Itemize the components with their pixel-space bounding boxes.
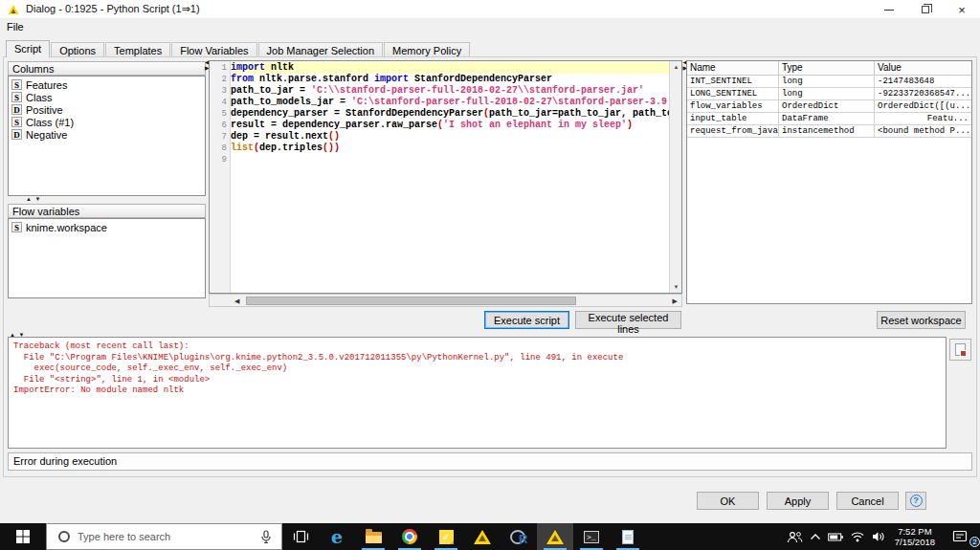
taskbar-app-knime-active[interactable] [537, 523, 573, 550]
sticky-notes-icon: ✓ [439, 530, 454, 544]
code-line[interactable]: list(dep.triples()) [231, 143, 669, 154]
tab-bar: ScriptOptionsTemplatesFlow VariablesJob … [6, 40, 471, 57]
ok-button[interactable]: OK [697, 492, 759, 510]
volume-icon[interactable] [872, 531, 885, 542]
wifi-icon[interactable] [850, 531, 865, 542]
code-line[interactable] [231, 154, 669, 165]
reset-workspace-button[interactable]: Reset workspace [877, 311, 966, 329]
column-item[interactable]: SClass [9, 91, 205, 103]
column-item-label: Positive [26, 104, 63, 116]
editor-vertical-scrollbar[interactable]: ▲ ▼ [669, 61, 681, 293]
scroll-right-icon[interactable]: ▶ [673, 297, 678, 305]
code-text[interactable]: import nltkfrom nltk.parse.stanford impo… [231, 61, 669, 293]
start-button[interactable] [0, 523, 46, 550]
microphone-icon[interactable] [260, 530, 272, 544]
console-output: Traceback (most recent call last): File … [8, 337, 947, 449]
scroll-left-icon[interactable]: ◀ [234, 297, 239, 305]
keyword-token: import [231, 62, 265, 73]
code-token: path_to_models_jar = [231, 97, 351, 107]
action-center-button[interactable]: 2 [945, 530, 975, 543]
tab-memory-policy[interactable]: Memory Policy [384, 42, 470, 57]
menu-file[interactable]: File [0, 19, 31, 34]
code-token: dependency_parser = StanfordDependencyPa… [231, 108, 483, 119]
knime-app-icon [8, 5, 18, 14]
splitter-collapse-arrows[interactable]: ▲ ▼ [26, 196, 42, 202]
column-header-value[interactable]: Value [875, 61, 971, 76]
taskbar-app-r-console[interactable]: R [501, 523, 537, 550]
code-line[interactable]: path_to_jar = 'C:\\stanford-parser-full-… [231, 85, 669, 97]
code-token: list [231, 143, 254, 153]
execute-selected-lines-button[interactable]: Execute selected lines [575, 311, 681, 329]
help-button[interactable]: ? [905, 492, 926, 510]
task-view-button[interactable] [282, 523, 319, 550]
scroll-up-icon[interactable]: ▲ [670, 64, 682, 70]
code-line[interactable]: dep = result.next() [231, 131, 669, 143]
knime-active-icon [546, 530, 564, 544]
line-number-gutter: 123456789 [210, 61, 231, 293]
cancel-button[interactable]: Cancel [836, 492, 899, 510]
code-line[interactable]: dependency_parser = StanfordDependencyPa… [231, 108, 669, 120]
taskbar-app-command-prompt[interactable]: >_ [573, 523, 610, 550]
column-item-label: Negative [26, 129, 67, 141]
taskbar-clock[interactable]: 7:52 PM 7/15/2018 [892, 526, 938, 547]
clear-console-button[interactable] [949, 339, 971, 361]
people-icon[interactable] [787, 531, 803, 543]
chevron-up-icon[interactable] [810, 533, 821, 540]
code-line[interactable]: result = dependency_parser.raw_parse('I … [231, 120, 669, 131]
keyword-token: from [231, 74, 254, 84]
menu-bar: File [0, 19, 980, 35]
close-button[interactable]: × [944, 0, 980, 19]
notepad-icon [622, 530, 634, 544]
taskbar-app-edge[interactable]: e [319, 523, 355, 550]
tab-templates[interactable]: Templates [105, 42, 170, 57]
line-number: 9 [210, 154, 227, 165]
code-line[interactable]: import nltk [231, 62, 669, 74]
taskbar-app-chrome[interactable] [391, 523, 428, 550]
code-editor[interactable]: 123456789 import nltkfrom nltk.parse.sta… [209, 60, 682, 294]
columns-list[interactable]: SFeaturesSClassDPositiveSClass (#1)DNega… [8, 76, 206, 196]
table-row[interactable]: INT_SENTINELlong-2147483648 [687, 76, 971, 88]
taskbar-search-input[interactable]: Type here to search [46, 523, 282, 550]
taskbar-app-file-explorer[interactable] [355, 523, 391, 550]
column-header-type[interactable]: Type [779, 61, 875, 76]
string-type-icon: S [11, 222, 22, 232]
scrollbar-thumb[interactable] [246, 297, 576, 305]
taskbar-app-knime[interactable] [464, 523, 501, 550]
table-row[interactable]: LONG_SENTINELlong-92233720368547... [687, 88, 971, 100]
tab-flow-variables[interactable]: Flow Variables [171, 42, 256, 57]
minimize-button[interactable] [871, 0, 907, 19]
table-row[interactable]: input_tableDataFrameFeatu... [687, 113, 971, 125]
flow-variable-item[interactable]: Sknime.workspace [9, 221, 205, 233]
code-line[interactable]: from nltk.parse.stanford import Stanford… [231, 74, 669, 85]
table-header-row[interactable]: NameTypeValue [687, 61, 971, 76]
taskbar-apps: e✓R>_ [319, 523, 646, 550]
workspace-variables-table[interactable]: NameTypeValue INT_SENTINELlong-214748364… [686, 60, 972, 304]
column-item[interactable]: SFeatures [9, 78, 205, 91]
restore-button[interactable] [907, 0, 944, 19]
apply-button[interactable]: Apply [767, 492, 829, 510]
code-line[interactable]: path_to_models_jar = 'C:\stanford-parser… [231, 97, 669, 108]
r-console-icon: R [510, 529, 528, 544]
column-item[interactable]: DPositive [9, 103, 205, 116]
battery-icon[interactable] [828, 533, 843, 541]
editor-horizontal-scrollbar[interactable]: ◀ ▶ [209, 294, 682, 307]
string-type-icon: S [11, 117, 22, 127]
tab-script[interactable]: Script [6, 40, 50, 57]
column-item[interactable]: DNegative [9, 128, 205, 141]
flow-variables-panel-header: Flow variables [8, 204, 206, 218]
taskbar-app-notepad[interactable] [610, 523, 646, 550]
string-type-icon: S [11, 92, 22, 102]
table-row[interactable]: request_from_javainstancemethod<bound me… [687, 125, 971, 138]
execute-script-button[interactable]: Execute script [484, 311, 569, 329]
taskbar-app-sticky-notes[interactable]: ✓ [428, 523, 464, 550]
tab-options[interactable]: Options [51, 42, 104, 57]
scroll-down-icon[interactable]: ▼ [670, 284, 682, 290]
column-header-name[interactable]: Name [687, 61, 779, 76]
column-item-label: Features [26, 79, 67, 91]
table-row[interactable]: flow_variablesOrderedDictOrderedDict([(u… [687, 100, 971, 113]
flow-variables-list[interactable]: Sknime.workspace [8, 218, 206, 298]
tab-job-manager-selection[interactable]: Job Manager Selection [258, 42, 384, 57]
cell-type: instancemethod [779, 125, 875, 138]
cell-name: request_from_java [687, 125, 779, 138]
column-item[interactable]: SClass (#1) [9, 116, 205, 128]
